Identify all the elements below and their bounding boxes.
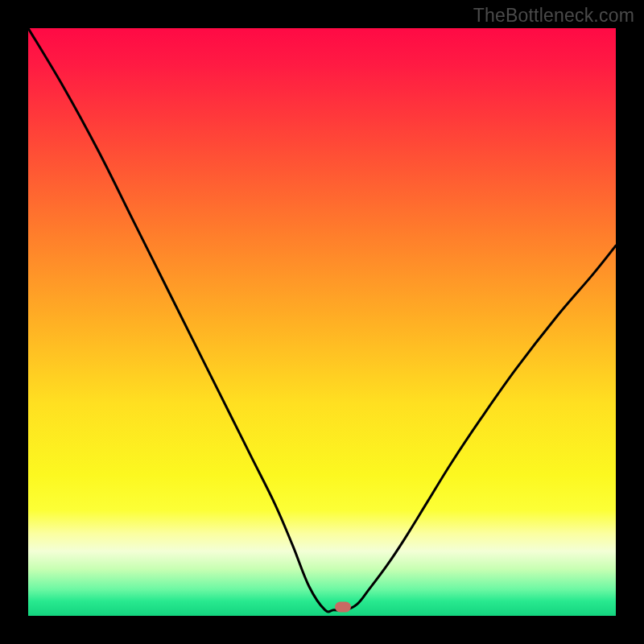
chart-frame: TheBottleneck.com xyxy=(0,0,644,644)
watermark-text: TheBottleneck.com xyxy=(473,5,634,27)
plot-area xyxy=(28,28,616,616)
bottleneck-curve xyxy=(28,28,616,616)
balance-marker xyxy=(335,602,351,613)
